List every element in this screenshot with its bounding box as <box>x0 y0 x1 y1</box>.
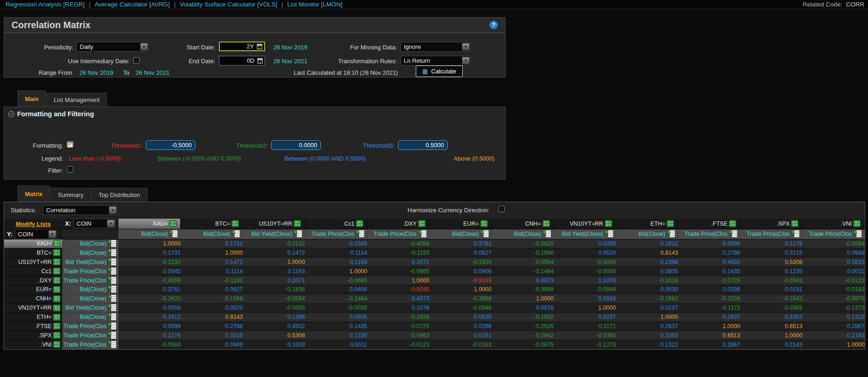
add-to-list-icon[interactable]: + <box>853 230 862 238</box>
tab-list-management[interactable]: List Management <box>47 93 107 107</box>
statistics-select[interactable]: Correlation ▼ <box>43 205 118 215</box>
end-date-input[interactable] <box>221 57 255 65</box>
start-date-field[interactable] <box>219 42 265 51</box>
row-field-cell[interactable]: Trade Price(Clos+ <box>62 267 118 276</box>
column-field-header[interactable]: Bid Yield(Close)+ <box>243 229 305 239</box>
tab-main[interactable]: Main <box>18 90 46 107</box>
chevron-down-icon[interactable]: ▼ <box>140 43 148 51</box>
column-header-Cc1[interactable]: Cc118.212.0 <box>305 219 367 229</box>
row-header-CNH=[interactable]: CNH=18.212.0 <box>4 294 62 303</box>
add-to-list-icon[interactable]: + <box>108 277 117 284</box>
column-header-.DXY[interactable]: .DXY18.212.0 <box>367 219 430 229</box>
row-field-cell[interactable]: Trade Price(Clos+ <box>62 322 118 331</box>
menu-link[interactable]: List Monitor [LMON] <box>287 1 342 8</box>
intermediary-checkbox[interactable] <box>133 57 140 64</box>
column-field-header[interactable]: Bid(Close)+ <box>181 229 243 239</box>
row-field-cell[interactable]: Bid(Close)+ <box>62 312 118 322</box>
row-header-Cc1[interactable]: Cc118.212.0 <box>4 267 62 276</box>
row-header-BTC=[interactable]: BTC=18.212.0 <box>4 248 62 257</box>
calendar-icon[interactable] <box>257 44 262 49</box>
tab-matrix[interactable]: Matrix <box>18 186 50 202</box>
row-header-.VNI[interactable]: .VNI18.212.0 <box>4 340 62 349</box>
collapse-icon[interactable]: − <box>8 111 14 117</box>
start-date-input[interactable] <box>222 42 255 50</box>
row-field-cell[interactable]: Bid(Close)+ <box>62 285 118 294</box>
formatting-checkbox[interactable] <box>67 141 73 148</box>
row-field-cell[interactable]: Bid(Close)+ <box>62 248 118 257</box>
harmonize-checkbox[interactable] <box>498 206 505 212</box>
menu-link[interactable]: Average Calculator [AVRG] <box>94 1 170 8</box>
tab-summary[interactable]: Summary <box>50 188 91 202</box>
row-field-cell[interactable]: Bid Yield(Close)+ <box>62 257 118 267</box>
column-field-header[interactable]: Bid Yield(Close)+ <box>554 229 616 239</box>
column-field-header[interactable]: Trade Price(Clos+ <box>305 229 367 239</box>
add-to-list-icon[interactable]: + <box>108 240 117 247</box>
add-to-list-icon[interactable]: + <box>480 230 489 238</box>
add-to-list-icon[interactable]: + <box>543 230 551 238</box>
filter-checkbox[interactable] <box>67 166 73 173</box>
x-list-select[interactable]: COIN▼ <box>73 219 116 228</box>
column-field-header[interactable]: Trade Price(Clos+ <box>678 229 740 239</box>
add-to-list-icon[interactable]: + <box>791 230 800 238</box>
column-header-.FTSE[interactable]: .FTSE18.212.0 <box>678 219 740 229</box>
column-field-header[interactable]: Trade Price(Clos+ <box>740 229 803 239</box>
missing-data-select[interactable]: Ignore ▼ <box>401 42 471 52</box>
column-header-BTC=[interactable]: BTC=18.212.0 <box>181 219 243 229</box>
threshold2-input[interactable] <box>271 140 321 150</box>
column-header-.SPX[interactable]: .SPX18.212.0 <box>740 219 803 229</box>
column-field-header[interactable]: Bid(Close)+ <box>616 229 678 239</box>
column-header-EUR=[interactable]: EUR=18.212.0 <box>429 219 491 229</box>
column-header-.VNI[interactable]: .VNI18.212.0 <box>803 219 865 229</box>
row-header-.DXY[interactable]: .DXY18.212.0 <box>4 276 62 285</box>
row-field-cell[interactable]: Trade Price(Clos+ <box>62 331 118 340</box>
column-header-CNH=[interactable]: CNH=18.212.0 <box>491 219 554 229</box>
row-field-cell[interactable]: Bid Yield(Close)+ <box>62 303 118 312</box>
add-to-list-icon[interactable]: + <box>418 230 427 238</box>
row-field-cell[interactable]: Bid(Close)+ <box>62 239 118 248</box>
menu-link[interactable]: Regression Analysis [REGR] <box>6 1 85 8</box>
add-to-list-icon[interactable]: + <box>108 268 117 275</box>
column-header-US10YT=RR[interactable]: US10YT=RR18.212.0 <box>243 219 305 229</box>
column-header-XAU=[interactable]: XAU=18.212.0 <box>118 219 181 229</box>
row-header-VN10YT=RR[interactable]: VN10YT=RR18.212.0 <box>4 303 62 312</box>
add-to-list-icon[interactable]: + <box>108 249 117 257</box>
add-to-list-icon[interactable]: + <box>231 230 240 238</box>
row-header-US10YT=RR[interactable]: US10YT=RR18.212.0 <box>4 257 62 267</box>
add-to-list-icon[interactable]: + <box>169 230 178 238</box>
help-icon[interactable]: ? <box>490 21 498 29</box>
row-field-cell[interactable]: Trade Price(Clos+ <box>62 340 118 349</box>
threshold1-input[interactable] <box>146 140 195 150</box>
calculate-button[interactable]: ▦ Calculate <box>416 66 463 77</box>
chevron-down-icon[interactable]: ▼ <box>462 57 470 65</box>
periodicity-select[interactable]: Daily ▼ <box>77 42 149 52</box>
row-header-.SPX[interactable]: .SPX18.212.0 <box>4 331 62 340</box>
menu-link[interactable]: Volatility Surface Calculator [VOLS] <box>180 1 278 8</box>
column-field-header[interactable]: Bid(Close)+ <box>118 229 181 239</box>
column-header-ETH=[interactable]: ETH=18.212.0 <box>616 219 678 229</box>
add-to-list-icon[interactable]: + <box>108 286 117 293</box>
add-to-list-icon[interactable]: + <box>108 341 117 348</box>
column-field-header[interactable]: Trade Price(Clos+ <box>367 229 430 239</box>
add-to-list-icon[interactable]: + <box>108 295 117 302</box>
add-to-list-icon[interactable]: + <box>729 230 738 238</box>
end-date-field[interactable] <box>219 56 265 66</box>
row-header-ETH=[interactable]: ETH=18.212.0 <box>4 312 62 322</box>
row-field-cell[interactable]: Trade Price(Clos+ <box>62 276 118 285</box>
chevron-down-icon[interactable]: ▼ <box>107 220 115 227</box>
add-to-list-icon[interactable]: + <box>605 230 614 238</box>
row-header-EUR=[interactable]: EUR=18.212.0 <box>4 285 62 294</box>
tab-top-distribution[interactable]: Top Distribution <box>91 188 148 202</box>
add-to-list-icon[interactable]: + <box>108 258 117 266</box>
transformation-select[interactable]: Ln Return ▼ <box>401 56 471 66</box>
row-header-XAU=[interactable]: XAU=18.212.0 <box>4 239 62 248</box>
column-header-VN10YT=RR[interactable]: VN10YT=RR18.212.0 <box>554 219 616 229</box>
add-to-list-icon[interactable]: + <box>294 230 302 238</box>
y-list-select[interactable]: COIN▼ <box>15 229 57 239</box>
chevron-down-icon[interactable]: ▼ <box>109 206 117 214</box>
add-to-list-icon[interactable]: + <box>108 304 117 311</box>
row-header-.FTSE[interactable]: .FTSE18.212.0 <box>4 322 62 331</box>
chevron-down-icon[interactable]: ▼ <box>48 230 56 238</box>
chevron-down-icon[interactable]: ▼ <box>462 43 470 51</box>
add-to-list-icon[interactable]: + <box>108 323 117 330</box>
modify-lists-link[interactable]: Modify Lists <box>16 221 51 227</box>
